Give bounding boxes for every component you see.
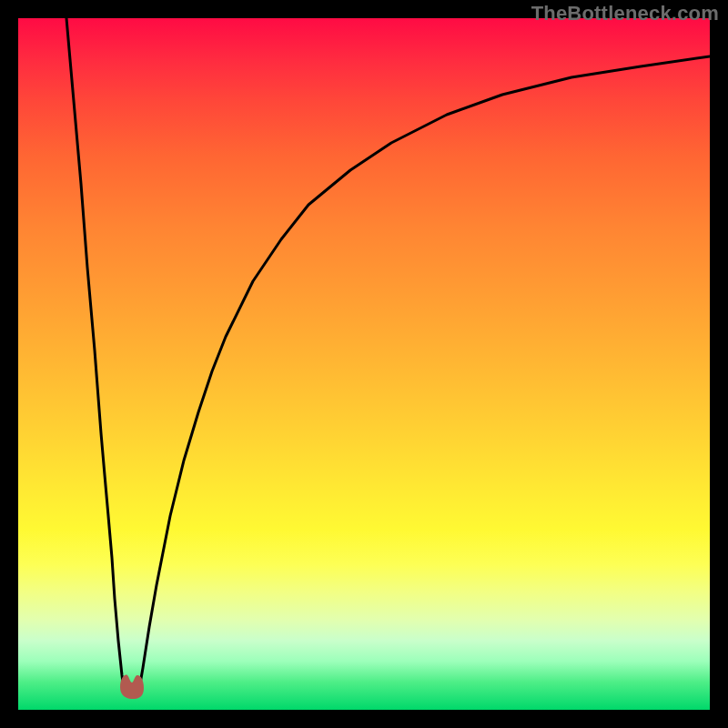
- minimum-marker: [120, 675, 144, 699]
- watermark-text: TheBottleneck.com: [531, 2, 719, 25]
- frame: TheBottleneck.com: [0, 0, 728, 728]
- plot-area: [18, 18, 710, 710]
- curve-left-branch: [66, 18, 124, 689]
- curve-right-branch: [139, 56, 710, 689]
- plot-svg: [18, 18, 710, 710]
